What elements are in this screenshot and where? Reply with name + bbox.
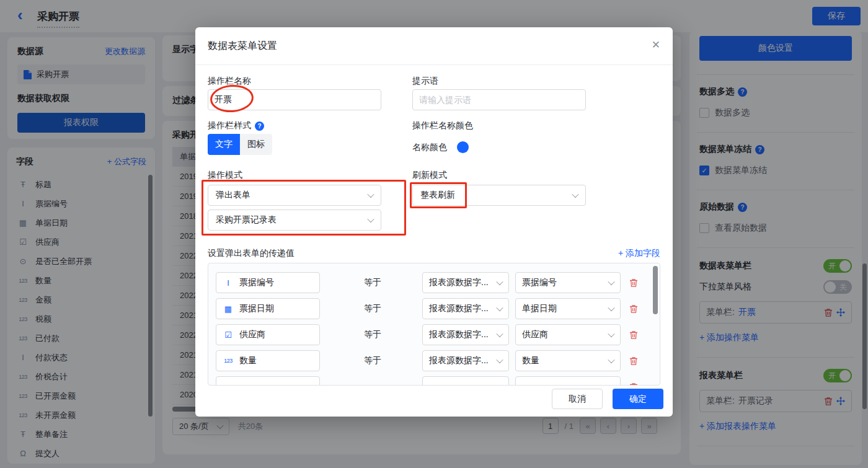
chevron-down-icon (496, 382, 503, 386)
source-type-value: 报表源数据字... (429, 355, 489, 366)
text-icon: I (223, 278, 234, 288)
source-field-select[interactable]: 单据日期 (515, 298, 621, 319)
style-segmented-control: 文字 图标 (208, 134, 272, 155)
tip-label: 提示语 (412, 76, 438, 87)
source-field-select[interactable]: 票据编号 (515, 272, 621, 293)
style-label: 操作栏样式 ? (208, 120, 264, 131)
confirm-button[interactable]: 确定 (613, 389, 663, 409)
source-type-select[interactable] (422, 376, 509, 386)
transfer-field-box[interactable]: ☑供应商 (216, 324, 320, 345)
refresh-select[interactable]: 整表刷新 (412, 185, 586, 206)
tab-icon-style[interactable]: 图标 (240, 134, 272, 155)
transfer-field-box[interactable]: I票据编号 (216, 272, 320, 293)
transfer-field-box[interactable]: 123数量 (216, 350, 320, 371)
delete-icon[interactable] (629, 382, 638, 386)
transfer-field-label: 票据编号 (239, 277, 274, 288)
source-field-select[interactable] (515, 376, 621, 386)
chevron-down-icon (608, 356, 614, 363)
divider (195, 64, 673, 65)
delete-icon[interactable] (629, 356, 638, 366)
number-icon: 123 (223, 358, 234, 364)
transfer-row (216, 376, 660, 386)
chevron-down-icon (367, 191, 374, 198)
source-field-value: 数量 (522, 355, 539, 366)
transfer-label: 设置弹出表单的传递值 (208, 248, 294, 259)
delete-icon[interactable] (629, 330, 638, 340)
transfer-field-label: 票据日期 (239, 303, 274, 314)
refresh-label: 刷新模式 (412, 170, 447, 181)
chevron-down-icon (608, 278, 614, 285)
transfer-field-label: 数量 (239, 355, 257, 366)
chevron-down-icon (608, 304, 614, 311)
source-field-select[interactable]: 数量 (515, 350, 621, 371)
source-field-value: 票据编号 (522, 277, 557, 288)
color-swatch[interactable] (457, 141, 469, 153)
transfer-row: ☑供应商等于报表源数据字...供应商 (216, 324, 660, 345)
chevron-down-icon (496, 304, 503, 311)
delete-icon[interactable] (629, 278, 638, 288)
delete-icon[interactable] (629, 304, 638, 314)
transfer-row: ▦票据日期等于报表源数据字...单据日期 (216, 298, 660, 319)
cancel-button[interactable]: 取消 (552, 389, 603, 409)
tip-input[interactable] (412, 89, 586, 110)
name-color-text: 名称颜色 (412, 142, 447, 153)
dialog-title: 数据表菜单设置 (208, 40, 277, 53)
source-field-value: 供应商 (522, 329, 548, 340)
mode-label: 操作模式 (208, 170, 242, 181)
chevron-down-icon (367, 216, 374, 223)
transfer-values-container: I票据编号等于报表源数据字...票据编号▦票据日期等于报表源数据字...单据日期… (208, 263, 660, 386)
action-name-input[interactable] (208, 89, 381, 110)
source-type-select[interactable]: 报表源数据字... (422, 324, 509, 345)
mode-select[interactable]: 弹出表单 (208, 185, 381, 206)
select-icon: ☑ (223, 330, 234, 340)
transfer-field-label: 供应商 (239, 329, 265, 340)
datatable-menu-settings-dialog: 数据表菜单设置 ✕ 操作栏名称 提示语 操作栏样式 ? 文字 图标 操作栏名称颜… (195, 27, 673, 417)
date-icon: ▦ (223, 304, 234, 314)
form-select-value: 采购开票记录表 (216, 214, 277, 226)
transfer-field-box[interactable]: ▦票据日期 (216, 298, 320, 319)
form-select[interactable]: 采购开票记录表 (208, 210, 381, 231)
transfer-field-box[interactable] (216, 376, 320, 386)
source-field-select[interactable]: 供应商 (515, 324, 621, 345)
chevron-down-icon (496, 330, 503, 337)
source-type-value: 报表源数据字... (429, 329, 489, 340)
transfer-scrollbar[interactable] (653, 266, 658, 314)
name-color-label: 操作栏名称颜色 (412, 120, 473, 131)
operator-label: 等于 (363, 329, 382, 340)
chevron-down-icon (496, 278, 503, 285)
close-icon[interactable]: ✕ (652, 38, 660, 51)
chevron-down-icon (608, 330, 614, 337)
chevron-down-icon (572, 191, 578, 198)
mode-select-value: 弹出表单 (216, 190, 250, 201)
action-name-label: 操作栏名称 (208, 76, 251, 87)
chevron-down-icon (608, 382, 614, 386)
source-field-value: 单据日期 (522, 303, 557, 314)
refresh-select-value: 整表刷新 (420, 190, 455, 201)
help-icon[interactable]: ? (255, 121, 264, 131)
add-field-link[interactable]: + 添加字段 (618, 248, 660, 259)
source-type-select[interactable]: 报表源数据字... (422, 272, 509, 293)
chevron-down-icon (496, 356, 503, 363)
source-type-value: 报表源数据字... (429, 303, 489, 314)
operator-label: 等于 (363, 277, 382, 288)
source-type-select[interactable]: 报表源数据字... (422, 350, 509, 371)
operator-label: 等于 (363, 303, 382, 314)
transfer-row: I票据编号等于报表源数据字...票据编号 (216, 272, 660, 293)
style-label-text: 操作栏样式 (208, 120, 251, 131)
operator-label: 等于 (363, 355, 382, 366)
transfer-row: 123数量等于报表源数据字...数量 (216, 350, 660, 371)
source-type-select[interactable]: 报表源数据字... (422, 298, 509, 319)
tab-text-style[interactable]: 文字 (208, 134, 240, 155)
source-type-value: 报表源数据字... (429, 277, 489, 288)
